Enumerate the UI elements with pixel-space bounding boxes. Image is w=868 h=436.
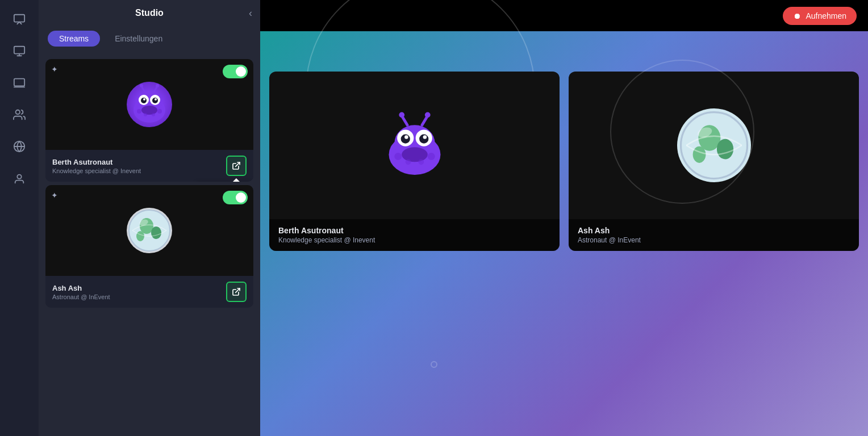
svg-point-55	[696, 125, 713, 139]
svg-point-20	[141, 106, 157, 115]
stream-name-ash: Ash Ash	[52, 284, 110, 292]
stream-card-berth: ✦	[45, 59, 253, 182]
open-feed-button-ash[interactable]	[226, 282, 247, 302]
svg-line-25	[236, 162, 240, 166]
svg-rect-1	[14, 47, 24, 54]
open-feed-button-berth[interactable]: Open clean video feed	[226, 156, 247, 176]
stream-info-berth: Berth Asutronaut Knowledge specialist @ …	[52, 158, 141, 174]
stream-role-berth: Knowledge specialist @ Inevent	[52, 167, 141, 174]
video-nav-icon[interactable]	[9, 9, 30, 30]
tab-einstellungen[interactable]: Einstellungen	[103, 31, 174, 47]
video-content-ash	[569, 72, 859, 219]
video-card-berth: Berth Asutronaut Knowledge specialist @ …	[269, 72, 560, 251]
svg-point-44	[424, 112, 430, 118]
video-content-berth	[269, 72, 560, 219]
svg-point-46	[394, 153, 402, 160]
svg-point-29	[136, 231, 144, 241]
svg-rect-0	[14, 15, 24, 22]
svg-point-28	[151, 227, 161, 239]
video-name-ash: Ash Ash	[578, 226, 850, 235]
svg-rect-4	[14, 79, 24, 86]
record-button[interactable]: ⏺ Aufnehmen	[783, 7, 857, 25]
icon-sidebar	[0, 0, 39, 436]
svg-point-42	[399, 112, 404, 118]
svg-point-53	[692, 146, 706, 163]
studio-header: Studio ‹	[39, 0, 260, 26]
svg-point-48	[405, 159, 411, 165]
stream-card-bottom-berth: Berth Asutronaut Knowledge specialist @ …	[45, 150, 253, 182]
video-info-berth: Berth Asutronaut Knowledge specialist @ …	[269, 219, 560, 251]
svg-point-45	[402, 147, 428, 162]
svg-point-23	[144, 113, 147, 116]
studio-close-button[interactable]: ‹	[249, 7, 252, 19]
video-card-ash: Ash Ash Astronaut @ InEvent	[569, 72, 859, 251]
stream-card-top-ash: ✦	[45, 185, 253, 276]
group-nav-icon[interactable]	[9, 168, 30, 188]
main-content: ⏺ Aufnehmen	[260, 0, 868, 436]
tab-bar: Streams Einstellungen	[39, 26, 260, 51]
svg-point-5	[16, 110, 20, 114]
svg-point-15	[155, 98, 157, 100]
video-avatar-berth	[378, 108, 452, 182]
studio-panel: Studio ‹ Streams Einstellungen ✦	[39, 0, 260, 436]
svg-line-32	[236, 288, 240, 292]
svg-point-22	[157, 109, 162, 114]
video-role-berth: Knowledge specialist @ Inevent	[278, 236, 550, 244]
tab-streams[interactable]: Streams	[48, 31, 100, 47]
record-icon: ⏺	[793, 11, 801, 20]
video-grid: Berth Asutronaut Knowledge specialist @ …	[260, 62, 868, 436]
svg-point-50	[681, 112, 747, 179]
stream-info-ash: Ash Ash Astronaut @ InEvent	[52, 284, 110, 300]
avatar-ash	[127, 208, 172, 253]
studio-title: Studio	[135, 8, 164, 18]
stream-card-ash: ✦	[45, 185, 253, 308]
svg-point-47	[427, 153, 435, 160]
svg-point-24	[152, 113, 155, 116]
star-icon-berth: ✦	[51, 65, 58, 74]
globe-nav-icon[interactable]	[9, 136, 30, 157]
video-info-ash: Ash Ash Astronaut @ InEvent	[569, 219, 859, 251]
svg-point-40	[423, 135, 427, 139]
video-role-ash: Astronaut @ InEvent	[578, 236, 850, 244]
monitor-nav-icon[interactable]	[9, 41, 30, 61]
stream-name-berth: Berth Asutronaut	[52, 158, 141, 166]
laptop-nav-icon[interactable]	[9, 73, 30, 93]
deco-dot-3	[635, 116, 641, 122]
star-icon-ash: ✦	[51, 191, 58, 200]
svg-point-21	[137, 109, 141, 114]
svg-point-49	[418, 159, 424, 165]
svg-point-54	[681, 112, 747, 179]
svg-point-39	[404, 135, 408, 139]
record-label: Aufnehmen	[806, 11, 846, 20]
svg-point-17	[140, 84, 143, 87]
svg-point-14	[143, 98, 145, 100]
stream-card-top-berth: ✦	[45, 59, 253, 150]
video-avatar-ash	[677, 108, 751, 182]
stream-role-ash: Astronaut @ InEvent	[52, 294, 110, 300]
svg-point-19	[156, 84, 159, 87]
toggle-ash[interactable]	[223, 191, 248, 207]
toggle-berth[interactable]	[223, 65, 248, 81]
svg-point-51	[698, 125, 720, 151]
svg-point-52	[716, 139, 733, 160]
background-area: Berth Asutronaut Knowledge specialist @ …	[260, 31, 868, 436]
stream-card-bottom-ash: Ash Ash Astronaut @ InEvent	[45, 276, 253, 308]
streams-list: ✦	[39, 51, 260, 436]
avatar-berth	[127, 82, 172, 127]
users-nav-icon[interactable]	[9, 104, 30, 125]
video-name-berth: Berth Asutronaut	[278, 226, 550, 235]
